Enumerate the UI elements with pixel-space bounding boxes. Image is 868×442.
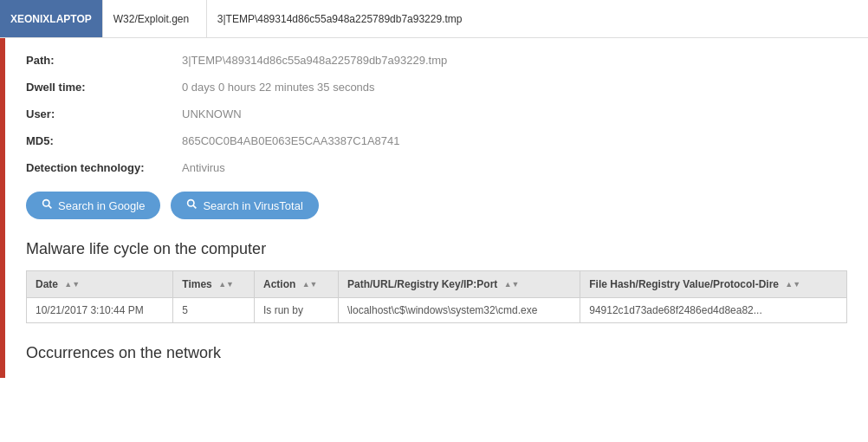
col-action[interactable]: Action ▲▼ <box>254 271 338 298</box>
top-path-value: 3|TEMP\489314d86c55a948a225789db7a93229.… <box>217 13 463 25</box>
action-buttons: Search in Google Search in VirusTotal <box>26 192 847 219</box>
path-value: 3|TEMP\489314d86c55a948a225789db7a93229.… <box>182 54 447 67</box>
top-bar: XEONIXLAPTOP W32/Exploit.gen 3|TEMP\4893… <box>0 0 868 38</box>
user-value: UNKNOWN <box>182 107 242 120</box>
detection-row: Detection technology: Antivirus <box>26 161 847 174</box>
search-virustotal-button[interactable]: Search in VirusTotal <box>171 192 318 219</box>
search-virustotal-label: Search in VirusTotal <box>203 199 302 212</box>
svg-line-3 <box>194 205 197 208</box>
search-google-button[interactable]: Search in Google <box>26 192 160 219</box>
search-google-icon <box>42 198 53 212</box>
col-date[interactable]: Date ▲▼ <box>27 271 173 298</box>
user-row: User: UNKNOWN <box>26 107 847 120</box>
col-path[interactable]: Path/URL/Registry Key/IP:Port ▲▼ <box>338 271 580 298</box>
path-cell: 3|TEMP\489314d86c55a948a225789db7a93229.… <box>207 0 868 37</box>
computer-name: XEONIXLAPTOP <box>10 13 92 25</box>
table-header-row: Date ▲▼ Times ▲▼ Action ▲▼ Path/URL/Regi… <box>27 271 847 298</box>
table-row: 10/21/2017 3:10:44 PM5Is run by\localhos… <box>27 298 847 323</box>
cell-action: Is run by <box>254 298 338 323</box>
md5-label: MD5: <box>26 134 182 147</box>
search-google-label: Search in Google <box>58 199 145 212</box>
dwell-value: 0 days 0 hours 22 minutes 35 seconds <box>182 81 375 94</box>
date-sort-icon: ▲▼ <box>64 281 80 289</box>
svg-line-1 <box>49 205 51 208</box>
occurrences-title: Occurrences on the network <box>26 344 847 362</box>
path-label: Path: <box>26 54 182 67</box>
search-virustotal-icon <box>186 198 198 212</box>
col-hash[interactable]: File Hash/Registry Value/Protocol-Dire ▲… <box>580 271 847 298</box>
path-sort-icon: ▲▼ <box>504 281 520 289</box>
cell-hash: 94912c1d73ade68f2486ed4d8ea82... <box>580 298 847 323</box>
lifecycle-table: Date ▲▼ Times ▲▼ Action ▲▼ Path/URL/Regi… <box>26 270 847 323</box>
cell-times: 5 <box>173 298 255 323</box>
col-times[interactable]: Times ▲▼ <box>173 271 255 298</box>
md5-value: 865C0C0B4AB0E063E5CAA3387C1A8741 <box>182 134 400 147</box>
detection-value: Antivirus <box>182 161 225 174</box>
md5-row: MD5: 865C0C0B4AB0E063E5CAA3387C1A8741 <box>26 134 847 147</box>
main-content: Path: 3|TEMP\489314d86c55a948a225789db7a… <box>0 38 868 378</box>
user-label: User: <box>26 107 182 120</box>
exploit-cell: W32/Exploit.gen <box>103 0 207 37</box>
path-row: Path: 3|TEMP\489314d86c55a948a225789db7a… <box>26 54 847 67</box>
exploit-name: W32/Exploit.gen <box>113 13 189 25</box>
computer-cell: XEONIXLAPTOP <box>0 0 103 37</box>
svg-point-2 <box>188 200 194 206</box>
dwell-row: Dwell time: 0 days 0 hours 22 minutes 35… <box>26 81 847 94</box>
times-sort-icon: ▲▼ <box>218 281 234 289</box>
cell-path: \localhost\c$\windows\system32\cmd.exe <box>338 298 580 323</box>
hash-sort-icon: ▲▼ <box>785 281 800 289</box>
action-sort-icon: ▲▼ <box>302 281 318 289</box>
svg-point-0 <box>43 200 49 206</box>
cell-date: 10/21/2017 3:10:44 PM <box>27 298 173 323</box>
lifecycle-title: Malware life cycle on the computer <box>26 240 847 258</box>
dwell-label: Dwell time: <box>26 81 182 94</box>
detection-label: Detection technology: <box>26 161 182 174</box>
